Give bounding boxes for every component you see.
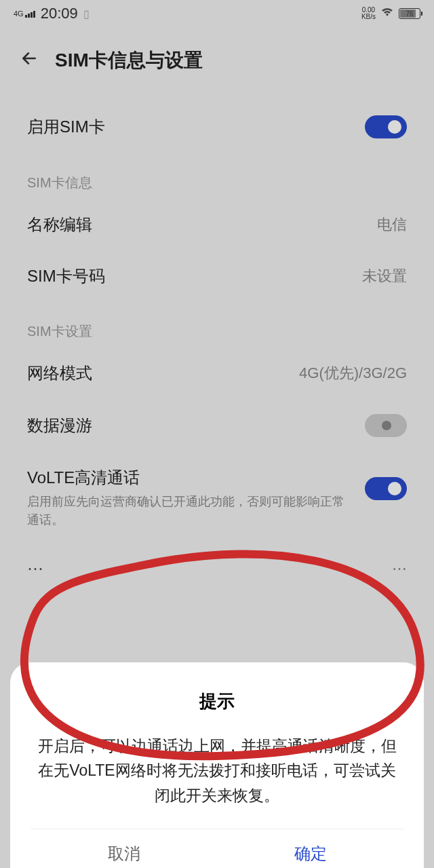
data-roaming-toggle[interactable] xyxy=(365,414,407,437)
network-mode-label: 网络模式 xyxy=(27,362,92,384)
back-arrow-icon[interactable] xyxy=(20,49,38,72)
network-mode-value: 4G(优先)/3G/2G xyxy=(299,363,407,383)
clock: 20:09 xyxy=(41,5,78,22)
section-sim-settings: SIM卡设置 xyxy=(0,302,434,347)
volte-label: VoLTE高清通话 xyxy=(27,467,351,489)
sim-number-value: 未设置 xyxy=(362,266,407,286)
name-edit-value: 电信 xyxy=(377,214,407,235)
enable-sim-row[interactable]: 启用SIM卡 xyxy=(0,100,434,153)
name-edit-label: 名称编辑 xyxy=(27,214,92,235)
network-type-label: 4G xyxy=(14,10,24,18)
volte-toggle[interactable] xyxy=(365,477,407,500)
battery-icon: 76 xyxy=(399,8,420,19)
confirm-dialog: 提示 开启后，可以边通话边上网，并提高通话清晰度，但在无VoLTE网络时将无法拨… xyxy=(10,662,424,868)
dialog-title: 提示 xyxy=(31,690,403,713)
confirm-button[interactable]: 确定 xyxy=(217,829,403,868)
sim-number-row[interactable]: SIM卡号码 未设置 xyxy=(0,250,434,302)
network-mode-row[interactable]: 网络模式 4G(优先)/3G/2G xyxy=(0,347,434,399)
network-speed: 0.00 KB/s xyxy=(361,7,376,20)
cancel-button[interactable]: 取消 xyxy=(31,829,217,868)
nosim-icon: ▯ xyxy=(83,7,90,20)
partial-row[interactable]: ⋯ ⋯ xyxy=(0,544,434,593)
data-roaming-row[interactable]: 数据漫游 xyxy=(0,399,434,452)
enable-sim-toggle[interactable] xyxy=(365,115,407,138)
data-roaming-label: 数据漫游 xyxy=(27,415,92,436)
header: SIM卡信息与设置 xyxy=(0,27,434,87)
signal-icon xyxy=(25,11,35,18)
section-sim-info: SIM卡信息 xyxy=(0,153,434,199)
name-edit-row[interactable]: 名称编辑 电信 xyxy=(0,199,434,250)
volte-row[interactable]: VoLTE高清通话 启用前应先向运营商确认已开通此功能，否则可能影响正常通话。 xyxy=(0,452,434,544)
status-bar: 4G 20:09 ▯ 0.00 KB/s 76 xyxy=(0,0,434,27)
enable-sim-label: 启用SIM卡 xyxy=(27,116,105,138)
volte-sublabel: 启用前应先向运营商确认已开通此功能，否则可能影响正常通话。 xyxy=(27,493,351,529)
wifi-icon xyxy=(381,7,393,20)
page-title: SIM卡信息与设置 xyxy=(55,48,203,73)
sim-number-label: SIM卡号码 xyxy=(27,265,105,287)
dialog-body: 开启后，可以边通话边上网，并提高通话清晰度，但在无VoLTE网络时将无法拨打和接… xyxy=(31,734,403,829)
